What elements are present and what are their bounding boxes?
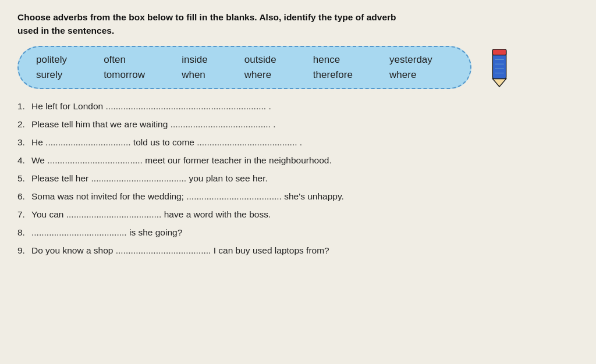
sentence-number: 6.: [17, 190, 31, 204]
sentence-text: You can ................................…: [31, 208, 579, 222]
sentence-item: 2.Please tell him that we are waiting ..…: [17, 117, 579, 131]
word-politely: politely: [36, 54, 87, 66]
word-where1: where: [244, 69, 297, 81]
word-often: often: [104, 54, 165, 66]
word-hence: hence: [313, 54, 373, 66]
sentence-item: 3.He .................................. …: [17, 135, 579, 149]
instruction-line1: Choose adverbs from the box below to fil…: [17, 10, 579, 24]
svg-rect-1: [492, 49, 506, 55]
sentence-text: Please tell her ........................…: [31, 172, 579, 185]
word-when: when: [182, 69, 228, 81]
sentence-text: Do you know a shop .....................…: [31, 244, 579, 258]
sentence-number: 1.: [17, 99, 31, 113]
sentence-number: 8.: [17, 226, 31, 240]
sentence-text: He left for London .....................…: [31, 99, 579, 113]
sentence-item: 5.Please tell her ......................…: [17, 172, 579, 185]
sentence-text: Soma was not invited for the wedding; ..…: [31, 190, 579, 204]
word-outside: outside: [244, 54, 297, 66]
instruction-line2: used in the sentences.: [17, 24, 579, 37]
sentence-text: We .....................................…: [31, 154, 579, 167]
sentence-number: 9.: [17, 244, 31, 258]
page: Choose adverbs from the box below to fil…: [0, 0, 596, 364]
sentence-item: 9.Do you know a shop ...................…: [17, 244, 579, 258]
word-inside: inside: [182, 54, 228, 66]
sentence-number: 2.: [17, 117, 31, 131]
sentences-list: 1.He left for London ...................…: [17, 99, 579, 258]
sentence-number: 7.: [17, 208, 31, 222]
sentence-item: 6.Soma was not invited for the wedding; …: [17, 190, 579, 204]
sentence-item: 1.He left for London ...................…: [17, 99, 579, 113]
sentence-text: He .................................. to…: [31, 135, 579, 149]
word-yesterday: yesterday: [389, 54, 453, 66]
sentence-item: 8.......................................…: [17, 226, 579, 240]
sentence-number: 4.: [17, 154, 31, 167]
sentence-item: 7.You can ..............................…: [17, 208, 579, 222]
word-box-wrapper: politely often inside outside hence yest…: [17, 46, 579, 89]
word-box: politely often inside outside hence yest…: [17, 46, 471, 89]
sentence-number: 3.: [17, 135, 31, 149]
word-therefore: therefore: [313, 69, 373, 81]
sentence-number: 5.: [17, 172, 31, 185]
instructions: Choose adverbs from the box below to fil…: [17, 10, 579, 38]
word-surely: surely: [36, 69, 87, 81]
word-tomorrow: tomorrow: [104, 69, 165, 81]
word-where2: where: [389, 69, 453, 81]
sentence-item: 4.We ...................................…: [17, 154, 579, 167]
pencil-icon: [482, 47, 517, 88]
sentence-text: Please tell him that we are waiting ....…: [31, 117, 579, 131]
svg-marker-3: [492, 78, 506, 87]
sentence-text: ...................................... i…: [31, 226, 579, 240]
